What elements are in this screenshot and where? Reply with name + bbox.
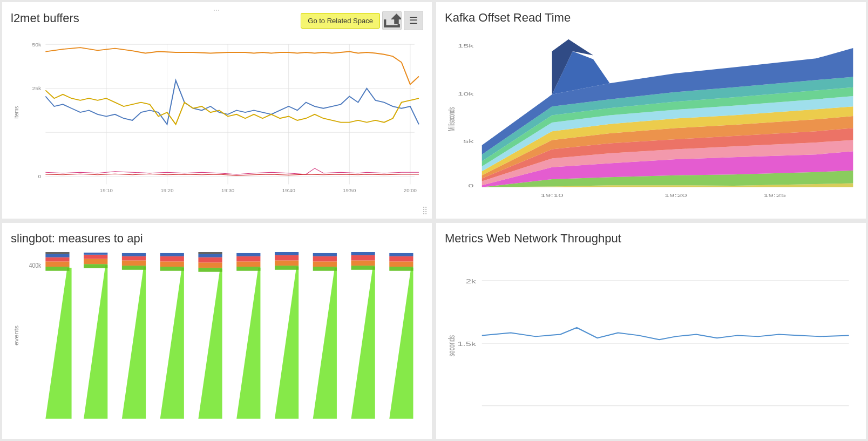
svg-text:items: items: [13, 106, 19, 119]
svg-rect-74: [236, 256, 260, 261]
panel-slingbot: slingbot: measures to api 400k events: [2, 223, 432, 439]
svg-text:19:20: 19:20: [160, 188, 173, 194]
svg-marker-55: [122, 267, 146, 419]
svg-rect-73: [236, 261, 260, 267]
svg-rect-68: [198, 257, 222, 262]
svg-text:19:20: 19:20: [664, 193, 687, 198]
share-icon: [383, 11, 401, 30]
svg-text:5k: 5k: [463, 139, 474, 144]
svg-marker-50: [84, 265, 107, 419]
svg-marker-43: [45, 267, 71, 418]
svg-rect-53: [84, 254, 107, 259]
chart-svg-slingbot: 400k events: [11, 252, 423, 424]
chart-kafka: 15k 10k 5k 0 Milliseconds 19:10 19:20 19…: [445, 31, 857, 203]
svg-rect-62: [160, 261, 184, 267]
svg-rect-92: [389, 267, 413, 271]
svg-rect-83: [313, 261, 337, 267]
svg-marker-65: [198, 268, 222, 418]
svg-text:25k: 25k: [32, 86, 42, 92]
svg-marker-76: [275, 267, 299, 419]
chart-slingbot: 400k events: [11, 252, 423, 424]
svg-rect-66: [198, 267, 222, 272]
panel-title-metrics: Metrics Web Network Throughput: [445, 232, 621, 246]
svg-text:20:00: 20:00: [404, 188, 417, 194]
svg-rect-59: [122, 253, 146, 256]
svg-marker-81: [313, 267, 337, 418]
svg-rect-82: [313, 267, 337, 271]
svg-text:0: 0: [38, 174, 41, 180]
svg-rect-46: [45, 261, 69, 267]
svg-rect-93: [389, 261, 413, 267]
svg-text:19:40: 19:40: [282, 188, 295, 194]
svg-marker-86: [351, 267, 375, 419]
svg-marker-91: [389, 267, 413, 418]
svg-rect-61: [160, 267, 184, 271]
svg-rect-67: [198, 262, 222, 268]
svg-text:19:10: 19:10: [541, 193, 564, 198]
hamburger-icon: ☰: [409, 16, 418, 25]
svg-text:1.5k: 1.5k: [457, 340, 476, 347]
svg-text:10k: 10k: [458, 91, 474, 96]
svg-rect-70: [198, 252, 222, 254]
svg-rect-77: [275, 266, 299, 270]
chart-svg-metrics: 2k 1.5k seconds: [445, 252, 857, 424]
svg-rect-90: [351, 252, 375, 255]
svg-rect-63: [160, 256, 184, 261]
svg-rect-64: [160, 253, 184, 256]
svg-rect-72: [236, 267, 260, 271]
svg-rect-87: [351, 266, 375, 270]
svg-text:15k: 15k: [458, 43, 474, 49]
svg-text:events: events: [13, 325, 19, 345]
chart-metrics: 2k 1.5k seconds: [445, 252, 857, 424]
goto-related-button[interactable]: Go to Related Space: [301, 13, 380, 29]
svg-text:19:10: 19:10: [100, 188, 113, 194]
svg-text:400k: 400k: [29, 262, 42, 269]
svg-rect-88: [351, 260, 375, 266]
svg-rect-58: [122, 256, 146, 260]
svg-rect-85: [313, 253, 337, 256]
svg-marker-60: [160, 267, 184, 418]
svg-rect-89: [351, 255, 375, 260]
svg-marker-71: [236, 267, 260, 418]
panel-title-l2met: l2met buffers: [11, 11, 79, 25]
svg-text:0: 0: [468, 183, 473, 188]
svg-rect-95: [389, 253, 413, 256]
panel-header-slingbot: slingbot: measures to api: [11, 232, 423, 250]
svg-rect-94: [389, 256, 413, 261]
dashboard: ⋯ l2met buffers Go to Related Space ☰: [0, 0, 868, 441]
svg-text:50k: 50k: [32, 42, 42, 48]
svg-rect-75: [236, 253, 260, 256]
panel-title-kafka: Kafka Offset Read Time: [445, 11, 571, 25]
drag-handle[interactable]: ⋯: [213, 6, 221, 14]
svg-rect-57: [122, 260, 146, 266]
svg-rect-48: [45, 254, 69, 257]
share-button[interactable]: [382, 11, 402, 30]
chart-svg-l2met: 50k 25k 0 19:10 19:20 19:30 19:40 19:50 …: [11, 32, 423, 205]
panel-header-kafka: Kafka Offset Read Time: [445, 11, 857, 29]
svg-text:19:25: 19:25: [763, 193, 786, 198]
svg-text:seconds: seconds: [446, 335, 457, 356]
panel-metrics-web: Metrics Web Network Throughput 2k 1.5k s…: [436, 223, 866, 439]
svg-rect-56: [122, 266, 146, 270]
svg-text:19:30: 19:30: [221, 188, 234, 194]
svg-text:Milliseconds: Milliseconds: [446, 107, 457, 132]
svg-rect-54: [84, 252, 107, 254]
svg-rect-51: [84, 264, 107, 268]
chart-svg-kafka: 15k 10k 5k 0 Milliseconds 19:10 19:20 19…: [445, 31, 857, 203]
menu-button[interactable]: ☰: [404, 11, 423, 30]
svg-rect-49: [45, 252, 69, 254]
panel-header-metrics: Metrics Web Network Throughput: [445, 232, 857, 250]
svg-rect-84: [313, 256, 337, 261]
svg-rect-69: [198, 254, 222, 257]
panel-title-slingbot: slingbot: measures to api: [11, 232, 143, 246]
svg-rect-52: [84, 259, 107, 264]
svg-rect-79: [275, 255, 299, 260]
resize-handle-l2met[interactable]: ⣿: [422, 206, 428, 214]
svg-rect-47: [45, 257, 69, 261]
svg-rect-45: [45, 267, 69, 271]
panel-kafka: Kafka Offset Read Time 15k 10k 5k 0 Mill…: [436, 2, 866, 219]
chart-l2met: 50k 25k 0 19:10 19:20 19:30 19:40 19:50 …: [11, 32, 423, 205]
svg-text:2k: 2k: [466, 277, 477, 284]
svg-text:19:50: 19:50: [343, 188, 356, 194]
panel-l2met-buffers: ⋯ l2met buffers Go to Related Space ☰: [2, 2, 432, 219]
